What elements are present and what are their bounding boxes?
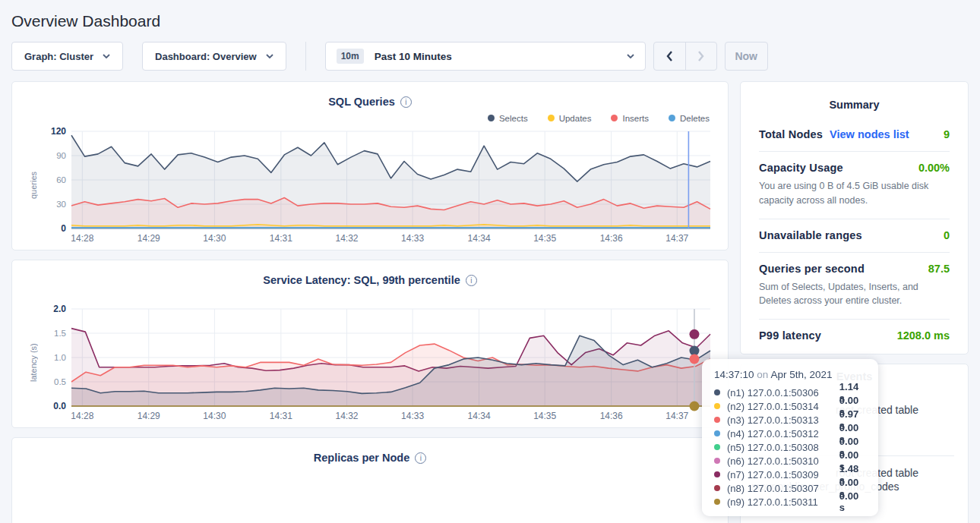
controls-bar: Graph: Cluster Dashboard: Overview 10m P… xyxy=(11,42,969,71)
svg-text:14:31: 14:31 xyxy=(270,233,292,244)
summary-value: 1208.0 ms xyxy=(897,329,950,342)
summary-row: P99 latency1208.0 ms xyxy=(759,319,950,352)
service-latency-title: Service Latency: SQL, 99th percentile xyxy=(263,274,460,286)
summary-value: 0 xyxy=(944,229,950,241)
chevron-down-icon xyxy=(103,54,110,58)
summary-description: Sum of Selects, Updates, Inserts, and De… xyxy=(759,280,950,309)
node-color-dot xyxy=(714,458,720,464)
summary-value: 9 xyxy=(944,128,950,140)
legend-dot xyxy=(548,115,555,121)
node-color-dot xyxy=(714,389,720,395)
summary-label: Queries per second xyxy=(759,263,865,275)
svg-text:14:36: 14:36 xyxy=(600,233,623,244)
time-range-badge: 10m xyxy=(337,49,364,64)
node-address: (n8) 127.0.0.1:50307 xyxy=(727,483,839,494)
service-latency-chart[interactable]: 14:2814:2914:3014:3114:3214:3314:3414:35… xyxy=(40,303,713,423)
legend-item-inserts[interactable]: Inserts xyxy=(611,112,649,124)
sql-queries-title: SQL Queries xyxy=(328,96,395,108)
sql-queries-legend: SelectsUpdatesInsertsDeletes xyxy=(27,112,710,124)
legend-dot xyxy=(669,115,675,121)
svg-text:14:28: 14:28 xyxy=(71,411,93,421)
summary-rows: Total NodesView nodes list9Capacity Usag… xyxy=(759,118,950,352)
svg-text:14:36: 14:36 xyxy=(600,411,623,421)
node-color-dot xyxy=(714,471,720,477)
svg-text:30: 30 xyxy=(56,200,66,209)
svg-text:14:32: 14:32 xyxy=(335,411,358,421)
replicas-per-node-title: Replicas per Node xyxy=(314,452,410,464)
chevron-down-icon xyxy=(266,54,273,58)
node-color-dot xyxy=(714,430,720,436)
svg-text:14:30: 14:30 xyxy=(203,411,226,421)
summary-description: You are using 0 B of 4.5 GiB usable disk… xyxy=(759,179,950,208)
svg-text:120: 120 xyxy=(51,126,66,137)
time-prev-button[interactable] xyxy=(654,43,685,70)
replicas-per-node-card: Replicas per Node i xyxy=(11,437,729,523)
svg-text:0: 0 xyxy=(61,223,66,234)
sql-queries-chart[interactable]: 14:2814:2914:3014:3114:3214:3314:3414:35… xyxy=(40,125,713,245)
node-color-dot xyxy=(714,403,720,409)
svg-text:14:31: 14:31 xyxy=(270,411,292,421)
summary-label: Unavailable ranges xyxy=(759,229,862,241)
svg-text:14:37: 14:37 xyxy=(665,233,688,244)
svg-text:2.0: 2.0 xyxy=(53,304,66,314)
node-address: (n3) 127.0.0.1:50313 xyxy=(727,414,839,426)
dashboard-dropdown[interactable]: Dashboard: Overview xyxy=(142,42,286,71)
legend-label: Deletes xyxy=(680,114,710,123)
legend-label: Inserts xyxy=(622,114,649,123)
svg-text:0.5: 0.5 xyxy=(54,377,66,386)
summary-value: 0.00% xyxy=(918,162,950,174)
service-latency-card: Service Latency: SQL, 99th percentile i … xyxy=(11,260,729,428)
node-address: (n6) 127.0.0.1:50310 xyxy=(727,455,839,467)
node-address: (n5) 127.0.0.1:50308 xyxy=(727,442,839,453)
chart-hover-tooltip: 14:37:10 on Apr 5th, 2021 (n1) 127.0.0.1… xyxy=(702,359,878,516)
info-icon[interactable]: i xyxy=(415,452,426,464)
svg-text:14:35: 14:35 xyxy=(533,233,556,244)
svg-text:14:35: 14:35 xyxy=(533,411,556,421)
summary-label: Total Nodes xyxy=(759,128,823,140)
svg-text:14:30: 14:30 xyxy=(203,233,226,244)
sql-queries-card: SQL Queries i SelectsUpdatesInsertsDelet… xyxy=(11,81,729,250)
svg-text:14:28: 14:28 xyxy=(71,233,93,244)
node-color-dot xyxy=(714,499,720,505)
tooltip-row: (n9) 127.0.0.1:503110.00 s xyxy=(702,495,878,509)
summary-value: 87.5 xyxy=(928,263,950,275)
node-address: (n1) 127.0.0.1:50306 xyxy=(727,387,839,399)
svg-text:14:34: 14:34 xyxy=(468,233,491,244)
summary-label: Capacity Usage xyxy=(759,162,843,174)
time-next-button[interactable] xyxy=(685,43,716,70)
info-icon[interactable]: i xyxy=(466,275,477,286)
node-color-dot xyxy=(714,417,720,423)
summary-row: Total NodesView nodes list9 xyxy=(759,118,950,151)
tooltip-rows: (n1) 127.0.0.1:503061.14 s(n2) 127.0.0.1… xyxy=(702,386,878,509)
y-axis-label: latency (s) xyxy=(27,303,40,423)
svg-text:14:33: 14:33 xyxy=(401,233,424,244)
svg-text:0.0: 0.0 xyxy=(53,401,66,411)
charts-column: SQL Queries i SelectsUpdatesInsertsDelet… xyxy=(11,81,729,523)
summary-title: Summary xyxy=(759,93,950,118)
dashboard-dropdown-label: Dashboard: Overview xyxy=(155,51,257,62)
svg-text:14:34: 14:34 xyxy=(468,411,491,421)
controls-divider xyxy=(305,42,306,71)
svg-text:14:37: 14:37 xyxy=(665,411,688,421)
svg-text:90: 90 xyxy=(56,151,66,160)
y-axis-label: queries xyxy=(27,125,40,245)
node-color-dot xyxy=(714,444,720,450)
info-icon[interactable]: i xyxy=(400,96,412,108)
chevron-down-icon xyxy=(627,54,634,58)
now-button[interactable]: Now xyxy=(725,42,768,71)
node-latency-value: 0.00 s xyxy=(839,490,866,513)
legend-item-updates[interactable]: Updates xyxy=(548,112,592,124)
graph-dropdown[interactable]: Graph: Cluster xyxy=(11,42,123,71)
node-address: (n7) 127.0.0.1:50309 xyxy=(727,469,839,480)
svg-text:14:29: 14:29 xyxy=(138,411,160,421)
node-address: (n2) 127.0.0.1:50314 xyxy=(727,401,839,412)
chevron-left-icon xyxy=(666,51,673,61)
legend-label: Selects xyxy=(499,114,528,123)
view-nodes-list-link[interactable]: View nodes list xyxy=(830,128,909,140)
legend-dot xyxy=(611,115,618,121)
time-range-select[interactable]: 10m Past 10 Minutes xyxy=(325,42,646,71)
legend-item-selects[interactable]: Selects xyxy=(488,112,528,124)
legend-item-deletes[interactable]: Deletes xyxy=(669,112,710,124)
node-color-dot xyxy=(714,485,720,491)
page-title: Overview Dashboard xyxy=(0,0,980,30)
